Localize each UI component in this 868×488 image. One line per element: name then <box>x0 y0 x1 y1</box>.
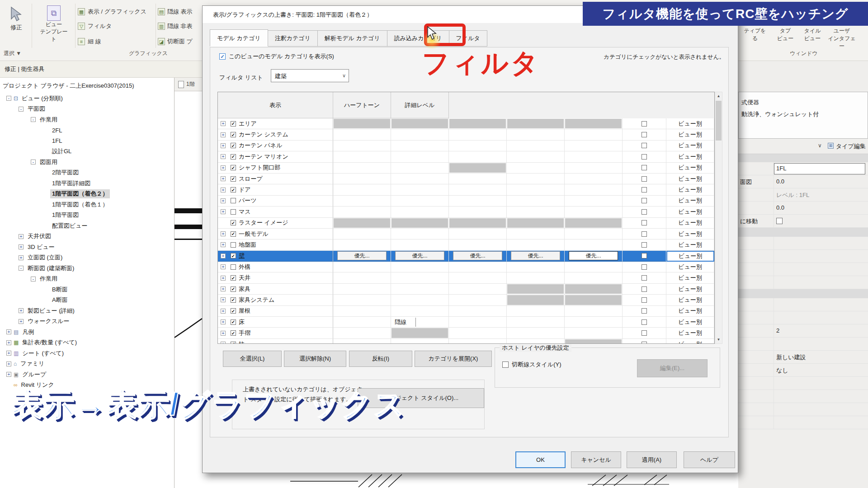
tree-item[interactable]: +ウォークスルー <box>0 316 175 327</box>
category-row[interactable]: +マスビュー別 <box>218 206 714 217</box>
halftone-cell[interactable] <box>623 251 666 262</box>
category-row[interactable]: +壁優先...優先...優先...優先...優先...ビュー別 <box>218 251 714 262</box>
detail-level-cell[interactable]: ビュー別 <box>666 339 714 343</box>
category-visibility-checkbox[interactable] <box>231 143 236 148</box>
type-selector-chevron-icon[interactable]: ∨ <box>818 142 822 149</box>
override-cell-psPattern[interactable] <box>391 163 449 174</box>
category-visibility-checkbox[interactable] <box>231 275 236 281</box>
detail-level-cell[interactable]: ビュー別 <box>666 174 714 184</box>
cut-profile-button[interactable]: ◪ 切断面 プ <box>158 36 203 47</box>
tree-item[interactable]: 2階平面図 <box>0 168 175 178</box>
detail-level-cell[interactable]: ビュー別 <box>666 206 714 217</box>
override-cell-cutLine[interactable] <box>507 295 565 305</box>
invert-button[interactable]: 反転(I) <box>349 351 412 367</box>
override-cell-psTrans[interactable] <box>449 206 507 217</box>
collapse-minus-icon[interactable]: - <box>31 160 36 164</box>
tree-item[interactable]: 2FL <box>0 125 175 136</box>
ribbon-fragment[interactable]: タイルビュー <box>797 27 828 42</box>
ribbon-fragment[interactable]: ティブをる <box>739 27 771 42</box>
halftone-cell[interactable] <box>623 174 666 184</box>
expand-plus-icon[interactable]: + <box>19 234 24 239</box>
halftone-checkbox[interactable] <box>642 264 647 270</box>
category-row[interactable]: +エリアビュー別 <box>218 118 714 129</box>
category-row[interactable]: +地盤面ビュー別 <box>218 239 714 250</box>
override-cell-cutPattern[interactable] <box>565 141 623 151</box>
expand-plus-icon[interactable]: + <box>221 276 226 281</box>
override-cell-cutLine[interactable] <box>507 229 565 239</box>
override-cell-psPattern[interactable] <box>391 272 449 283</box>
filter-ribbon-button[interactable]: ▽ フィルタ <box>78 21 155 32</box>
halftone-checkbox[interactable] <box>642 209 647 215</box>
expand-plus-icon[interactable]: + <box>221 309 226 314</box>
show-model-categories-checkbox[interactable] <box>219 53 226 60</box>
override-cell-cutLine[interactable] <box>507 218 565 229</box>
category-row[interactable]: +手摺ビュー別 <box>218 328 714 338</box>
tree-item[interactable]: -断面図 (建築断面) <box>0 263 175 274</box>
override-cell-psTrans[interactable] <box>449 118 507 129</box>
category-row[interactable]: +カーテン システムビュー別 <box>218 129 714 140</box>
collapse-minus-icon[interactable]: - <box>6 96 11 101</box>
category-visibility-checkbox[interactable] <box>231 264 236 270</box>
override-cell-cutPattern[interactable] <box>565 284 623 295</box>
scroll-up-icon[interactable]: ▲ <box>715 92 722 100</box>
detail-level-cell[interactable]: ビュー別 <box>666 163 714 174</box>
detail-level-cell[interactable]: ビュー別 <box>666 272 714 283</box>
tab-1[interactable]: 注釈カテゴリ <box>268 30 318 47</box>
override-cell-psLine[interactable] <box>333 118 391 129</box>
halftone-cell[interactable] <box>623 295 666 305</box>
category-visibility-checkbox[interactable] <box>231 176 236 182</box>
expand-plus-icon[interactable]: + <box>221 253 226 258</box>
expand-plus-icon[interactable]: + <box>221 342 226 343</box>
halftone-checkbox[interactable] <box>642 286 647 292</box>
override-cell-psLine[interactable] <box>333 163 391 174</box>
category-row[interactable]: +家具ビュー別 <box>218 284 714 295</box>
detail-level-cell[interactable]: ビュー別 <box>666 196 714 206</box>
tree-item[interactable]: 1FL <box>0 136 175 146</box>
tree-item[interactable]: 配置図ビュー <box>0 221 175 231</box>
tree-item[interactable]: +⌂ファミリ <box>0 359 175 370</box>
halftone-cell[interactable] <box>623 306 666 317</box>
expand-plus-icon[interactable]: + <box>19 319 24 324</box>
tree-item[interactable]: -図面用 <box>0 157 175 168</box>
help-button[interactable]: ヘルプ <box>684 451 735 468</box>
show-hidden-lines-button[interactable]: ▤ 隠線 表示 <box>158 6 203 17</box>
detail-level-cell[interactable]: ビュー別 <box>666 295 714 305</box>
category-visibility-checkbox[interactable] <box>231 187 236 192</box>
detail-level-cell[interactable]: ビュー別 <box>666 129 714 140</box>
override-cell-cutLine[interactable] <box>507 184 565 195</box>
override-cell-cutPattern[interactable] <box>565 163 623 174</box>
override-cell-cutPattern[interactable] <box>565 239 623 250</box>
tree-item[interactable]: -作業用 <box>0 274 175 285</box>
halftone-cell[interactable] <box>623 262 666 272</box>
override-cell-psLine[interactable] <box>333 141 391 151</box>
type-selector[interactable]: 式便器 動洗浄、ウォンシュレット付 <box>738 92 868 139</box>
override-cell-cutLine[interactable] <box>507 306 565 317</box>
tree-item[interactable]: 設計GL <box>0 146 175 157</box>
detail-level-cell[interactable]: ビュー別 <box>666 239 714 250</box>
halftone-checkbox[interactable] <box>642 275 647 281</box>
tree-item[interactable]: 1階平面図（着色２） <box>0 189 175 200</box>
expand-plus-icon[interactable]: + <box>221 188 226 192</box>
detail-level-cell[interactable]: ビュー別 <box>666 151 714 162</box>
modify-button[interactable]: 修正 <box>3 5 30 40</box>
override-cell-psPattern[interactable] <box>391 328 449 338</box>
halftone-checkbox[interactable] <box>642 308 647 314</box>
override-cell-cutLine[interactable] <box>507 284 565 295</box>
table-scrollbar[interactable]: ▲ ▼ <box>715 92 722 344</box>
override-cell-cutPattern[interactable] <box>565 151 623 162</box>
override-button[interactable]: 優先... <box>395 251 444 260</box>
override-cell-psPattern[interactable] <box>391 306 449 317</box>
override-cell-cutLine[interactable] <box>507 328 565 338</box>
tree-item[interactable]: +天井伏図 <box>0 231 175 242</box>
override-cell-psTrans[interactable]: 優先... <box>449 251 507 262</box>
override-cell-psTrans[interactable] <box>449 174 507 184</box>
category-row[interactable]: +ドアビュー別 <box>218 184 714 195</box>
expand-plus-icon[interactable]: + <box>19 255 24 260</box>
category-row[interactable]: +床隠線ビュー別 <box>218 317 714 328</box>
collapse-minus-icon[interactable]: - <box>31 277 36 282</box>
override-cell-cutPattern[interactable] <box>565 206 623 217</box>
override-cell-cutLine[interactable] <box>507 118 565 129</box>
category-row[interactable]: +柱ビュー別 <box>218 339 714 343</box>
cut-line-styles-checkbox[interactable] <box>502 361 509 368</box>
override-cell-cutLine[interactable]: 優先... <box>507 251 565 262</box>
